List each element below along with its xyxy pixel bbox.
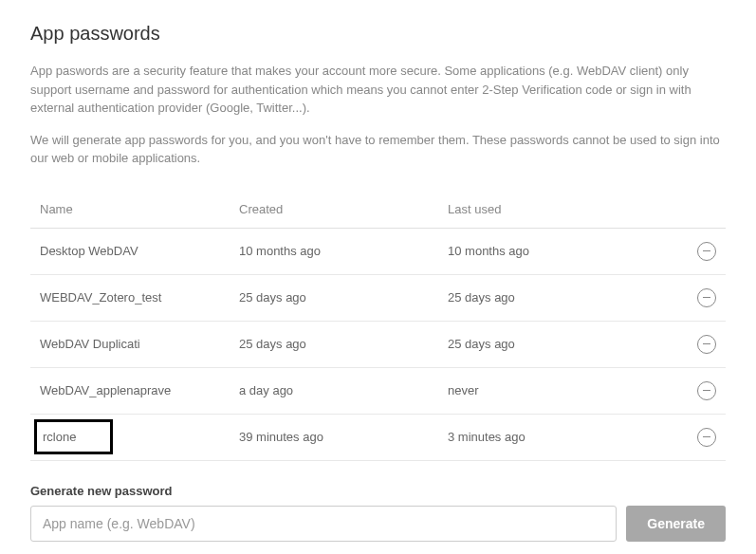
description-paragraph-1: App paswords are a security feature that…: [30, 62, 726, 118]
generate-password-form: Generate new password Generate: [30, 484, 726, 542]
remove-icon[interactable]: [697, 288, 716, 307]
row-lastused: 25 days ago: [448, 337, 678, 351]
table-row: WebDAV_applenapravea day agonever: [30, 368, 726, 415]
row-created: 39 minutes ago: [239, 430, 448, 444]
row-created: 25 days ago: [239, 290, 448, 305]
table-row: WEBDAV_Zotero_test25 days ago25 days ago: [30, 275, 726, 322]
row-name: WebDAV Duplicati: [40, 337, 239, 351]
highlighted-name: rclone: [34, 419, 113, 454]
remove-icon[interactable]: [697, 242, 716, 261]
description-paragraph-2: We will generate app passwords for you, …: [30, 131, 726, 168]
generate-label: Generate new password: [30, 484, 726, 498]
table-row: Desktop WebDAV10 months ago10 months ago: [30, 229, 726, 275]
row-created: 25 days ago: [239, 337, 448, 351]
row-name: WebDAV_applenaprave: [40, 383, 239, 397]
row-lastused: 3 minutes ago: [448, 430, 678, 444]
table-header: Name Created Last used: [30, 191, 726, 229]
row-lastused: 10 months ago: [448, 244, 678, 258]
column-header-created: Created: [239, 202, 448, 216]
app-passwords-table: Name Created Last used Desktop WebDAV10 …: [30, 191, 726, 461]
generate-button[interactable]: Generate: [626, 506, 726, 542]
row-created: a day ago: [239, 383, 448, 397]
page-title: App passwords: [30, 23, 726, 45]
remove-icon[interactable]: [697, 335, 716, 354]
remove-icon[interactable]: [697, 428, 716, 447]
app-name-input[interactable]: [30, 506, 617, 542]
table-row: rclone39 minutes ago3 minutes ago: [30, 415, 726, 461]
row-lastused: 25 days ago: [448, 290, 678, 305]
table-row: WebDAV Duplicati25 days ago25 days ago: [30, 322, 726, 368]
column-header-lastused: Last used: [448, 202, 678, 216]
row-name: Desktop WebDAV: [40, 244, 239, 258]
row-name: rclone: [40, 429, 239, 445]
column-header-name: Name: [40, 202, 239, 216]
row-lastused: never: [448, 383, 678, 397]
remove-icon[interactable]: [697, 381, 716, 400]
row-name: WEBDAV_Zotero_test: [40, 290, 239, 305]
row-created: 10 months ago: [239, 244, 448, 258]
